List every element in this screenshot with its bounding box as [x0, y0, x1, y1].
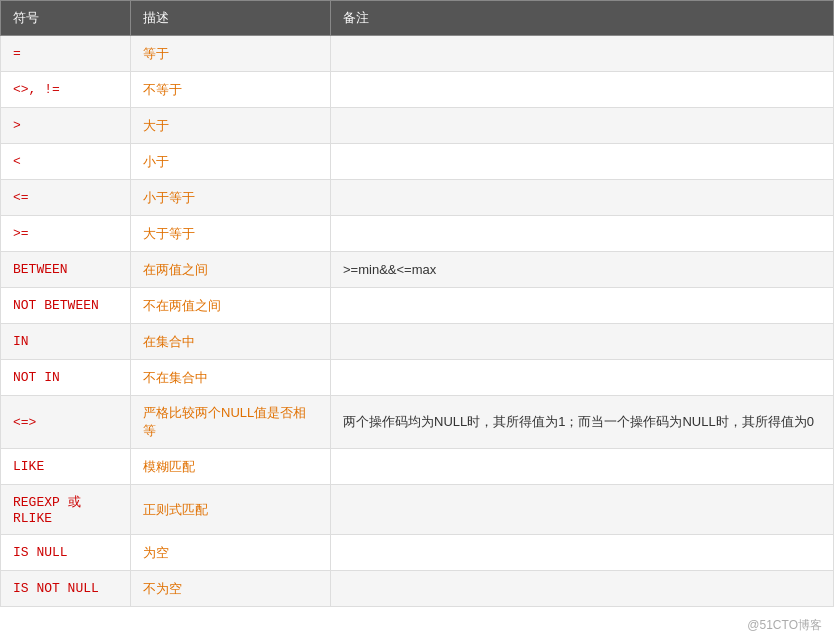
- cell-symbol: <=>: [1, 396, 131, 449]
- cell-note: [331, 571, 834, 607]
- cell-note: [331, 216, 834, 252]
- cell-symbol: >: [1, 108, 131, 144]
- cell-note: [331, 449, 834, 485]
- cell-note: >=min&&<=max: [331, 252, 834, 288]
- table-row: IN在集合中: [1, 324, 834, 360]
- table-row: >大于: [1, 108, 834, 144]
- cell-desc: 等于: [131, 36, 331, 72]
- cell-note: [331, 36, 834, 72]
- cell-symbol: NOT IN: [1, 360, 131, 396]
- cell-note: [331, 288, 834, 324]
- cell-symbol: IS NULL: [1, 535, 131, 571]
- cell-symbol: NOT BETWEEN: [1, 288, 131, 324]
- header-desc: 描述: [131, 1, 331, 36]
- cell-note: [331, 108, 834, 144]
- cell-desc: 模糊匹配: [131, 449, 331, 485]
- cell-desc: 不在集合中: [131, 360, 331, 396]
- table-row: NOT IN不在集合中: [1, 360, 834, 396]
- cell-desc: 正则式匹配: [131, 485, 331, 535]
- cell-desc: 小于等于: [131, 180, 331, 216]
- cell-desc: 为空: [131, 535, 331, 571]
- table-row: LIKE模糊匹配: [1, 449, 834, 485]
- main-container: 符号 描述 备注 =等于<>, !=不等于>大于<小于<=小于等于>=大于等于B…: [0, 0, 834, 607]
- table-row: >=大于等于: [1, 216, 834, 252]
- table-row: <=>严格比较两个NULL值是否相等两个操作码均为NULL时，其所得值为1；而当…: [1, 396, 834, 449]
- cell-symbol: IS NOT NULL: [1, 571, 131, 607]
- cell-desc: 大于等于: [131, 216, 331, 252]
- cell-desc: 在两值之间: [131, 252, 331, 288]
- table-row: =等于: [1, 36, 834, 72]
- table-row: <小于: [1, 144, 834, 180]
- cell-note: [331, 535, 834, 571]
- cell-desc: 小于: [131, 144, 331, 180]
- cell-desc: 不在两值之间: [131, 288, 331, 324]
- cell-note: [331, 360, 834, 396]
- table-row: NOT BETWEEN不在两值之间: [1, 288, 834, 324]
- cell-note: [331, 72, 834, 108]
- table-row: <>, !=不等于: [1, 72, 834, 108]
- cell-symbol: <=: [1, 180, 131, 216]
- cell-note: [331, 485, 834, 535]
- table-row: REGEXP 或 RLIKE正则式匹配: [1, 485, 834, 535]
- cell-symbol: BETWEEN: [1, 252, 131, 288]
- header-note: 备注: [331, 1, 834, 36]
- table-header-row: 符号 描述 备注: [1, 1, 834, 36]
- cell-symbol: IN: [1, 324, 131, 360]
- cell-note: 两个操作码均为NULL时，其所得值为1；而当一个操作码为NULL时，其所得值为0: [331, 396, 834, 449]
- cell-note: [331, 144, 834, 180]
- cell-symbol: LIKE: [1, 449, 131, 485]
- cell-desc: 严格比较两个NULL值是否相等: [131, 396, 331, 449]
- cell-note: [331, 180, 834, 216]
- table-row: IS NULL为空: [1, 535, 834, 571]
- cell-symbol: REGEXP 或 RLIKE: [1, 485, 131, 535]
- cell-desc: 不为空: [131, 571, 331, 607]
- cell-symbol: =: [1, 36, 131, 72]
- cell-desc: 在集合中: [131, 324, 331, 360]
- cell-desc: 不等于: [131, 72, 331, 108]
- cell-note: [331, 324, 834, 360]
- operator-table: 符号 描述 备注 =等于<>, !=不等于>大于<小于<=小于等于>=大于等于B…: [0, 0, 834, 607]
- table-row: BETWEEN在两值之间>=min&&<=max: [1, 252, 834, 288]
- cell-symbol: <: [1, 144, 131, 180]
- cell-symbol: <>, !=: [1, 72, 131, 108]
- header-symbol: 符号: [1, 1, 131, 36]
- table-row: IS NOT NULL不为空: [1, 571, 834, 607]
- cell-symbol: >=: [1, 216, 131, 252]
- watermark: @51CTO博客: [747, 617, 822, 634]
- table-row: <=小于等于: [1, 180, 834, 216]
- cell-desc: 大于: [131, 108, 331, 144]
